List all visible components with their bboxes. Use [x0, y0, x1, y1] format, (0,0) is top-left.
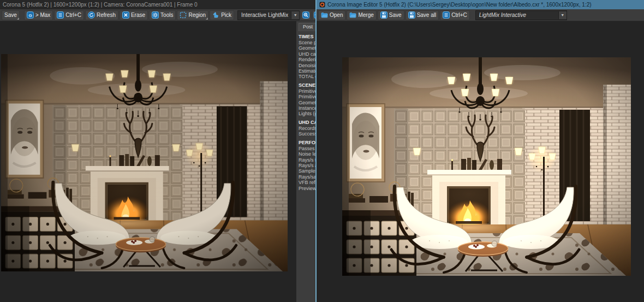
cie-title-text: Corona Image Editor 5 (Hotfix 2) (C:\Use…: [327, 2, 592, 8]
chevron-down-icon: ▼: [558, 11, 567, 19]
tools-label: Tools: [160, 12, 173, 18]
stats-item: Primitive: [299, 88, 315, 94]
stats-item: Records: [299, 126, 315, 131]
erase-button[interactable]: Erase: [120, 10, 148, 20]
stats-item: Rays/s a: [299, 163, 315, 168]
refresh-label: Refresh: [97, 12, 116, 18]
cie-save-label: Save: [389, 12, 402, 18]
cie-render-image[interactable]: [342, 57, 631, 276]
to-max-label: > Max: [35, 12, 51, 18]
stats-item: Rays/s to: [299, 157, 315, 163]
max-icon: G: [27, 11, 34, 19]
stats-item: Primitive: [299, 94, 315, 99]
stats-item: Noise lev: [299, 151, 315, 157]
svg-text:G: G: [28, 13, 32, 18]
pick-label: Pick: [221, 12, 231, 18]
cie-save-button[interactable]: Save: [378, 10, 404, 20]
vfb-render-image[interactable]: [1, 54, 288, 271]
region-icon: [180, 11, 187, 19]
stats-tab-post[interactable]: Post: [299, 23, 315, 31]
erase-label: Erase: [131, 12, 145, 18]
stats-item: Passes to: [299, 146, 315, 151]
stats-tabs: PostS: [299, 23, 315, 31]
render-mode-value: Interactive LightMix: [241, 12, 288, 18]
pick-button[interactable]: Pick: [210, 10, 234, 20]
vfb-titlebar: Corona 5 (Hotfix 2) | 1600×1200px (1:2) …: [0, 0, 317, 9]
save-label: Save: [4, 12, 17, 18]
desktop: { "left_window": { "title": "Corona 5 (H…: [0, 0, 644, 302]
vfb-canvas[interactable]: [0, 21, 317, 302]
gear-icon: [152, 11, 159, 19]
save-all-button[interactable]: Save all: [406, 10, 439, 20]
erase-icon: [122, 11, 129, 19]
open-button[interactable]: Open: [318, 10, 345, 20]
pick-hand-icon: [212, 11, 219, 19]
merge-label: Merge: [358, 12, 373, 18]
stats-item: Success: [299, 131, 315, 137]
tools-button[interactable]: Tools: [149, 10, 176, 20]
copy-to-max-button[interactable]: G > Max: [24, 10, 53, 20]
open-folder-icon: [321, 11, 328, 19]
stats-item: Geometr: [299, 100, 315, 105]
open-label: Open: [330, 12, 343, 18]
cie-canvas[interactable]: [317, 21, 644, 302]
copy-button[interactable]: Ctrl+C: [54, 10, 84, 20]
cie-titlebar: Corona Image Editor 5 (Hotfix 2) (C:\Use…: [317, 0, 644, 9]
stats-section-header: TIMES: [299, 34, 315, 40]
stats-item: Rays/sa: [299, 174, 315, 180]
stats-item: Lights (g: [299, 111, 315, 116]
stats-body: TIMESScene parGeometrUHD cacRenderinDeno…: [299, 34, 315, 191]
stats-item: Scene par: [299, 40, 315, 45]
chevron-down-icon: ▼: [291, 11, 299, 19]
cie-toolbar: Open Merge Save Save all Ctrl+C LightMix…: [317, 9, 644, 21]
stats-item: TOTAL e: [299, 74, 315, 79]
copy-icon: [57, 11, 64, 19]
corona-image-editor-window: Corona Image Editor 5 (Hotfix 2) (C:\Use…: [315, 0, 644, 302]
save-all-floppy-icon: [408, 11, 415, 19]
save-all-label: Save all: [417, 12, 437, 18]
stats-item: UHD cac: [299, 51, 315, 57]
refresh-button[interactable]: Refresh: [85, 10, 118, 20]
stats-item: Instance: [299, 105, 315, 111]
save-floppy-icon: [380, 11, 387, 19]
lightmix-mode-value: LightMix Interactive: [479, 12, 556, 18]
stats-item: VFB refr: [299, 180, 315, 185]
refresh-icon: [88, 11, 95, 19]
save-button[interactable]: Save: [2, 10, 20, 20]
vfb-toolbar: Save G > Max Ctrl+C Refresh Erase Tools …: [0, 9, 317, 21]
stats-item: Samples: [299, 168, 315, 174]
copy-label: Ctrl+C: [65, 12, 81, 18]
region-button[interactable]: Region: [177, 10, 208, 20]
cie-copy-button[interactable]: Ctrl+C: [440, 10, 470, 20]
zoom-in-button[interactable]: [301, 10, 311, 20]
corona-vfb-window: Corona 5 (Hotfix 2) | 1600×1200px (1:2) …: [0, 0, 317, 302]
render-scene: [1, 54, 288, 271]
cie-copy-label: Ctrl+C: [451, 12, 467, 18]
stats-section-header: PERFOR: [299, 140, 315, 146]
lightmix-mode-dropdown[interactable]: LightMix Interactive ▼: [475, 10, 567, 20]
stats-item: Estimate: [299, 68, 315, 74]
stats-item: Preview: [299, 186, 315, 191]
merge-folder-icon: [349, 11, 356, 19]
stats-section-header: SCENE: [299, 82, 315, 88]
stats-item: Renderin: [299, 57, 315, 62]
stats-item: Geometr: [299, 45, 315, 51]
vfb-title-text: Corona 5 (Hotfix 2) | 1600×1200px (1:2) …: [3, 2, 198, 8]
stats-item: Denoisin: [299, 63, 315, 68]
corner-caret-icon: [206, 17, 208, 20]
merge-button[interactable]: Merge: [347, 10, 376, 20]
copy-icon: [443, 11, 450, 19]
render-mode-dropdown[interactable]: Interactive LightMix ▼: [237, 10, 300, 20]
corona-logo-icon: [319, 2, 325, 8]
corner-caret-icon: [17, 17, 19, 20]
stats-panel-inner: PostS TIMESScene parGeometrUHD cacRender…: [296, 21, 315, 191]
region-label: Region: [188, 12, 206, 18]
vfb-stats-panel: PostS TIMESScene parGeometrUHD cacRender…: [296, 21, 315, 302]
render-scene: [342, 57, 631, 276]
zoom-in-icon: [302, 11, 309, 19]
stats-section-header: UHD CA: [299, 120, 315, 126]
